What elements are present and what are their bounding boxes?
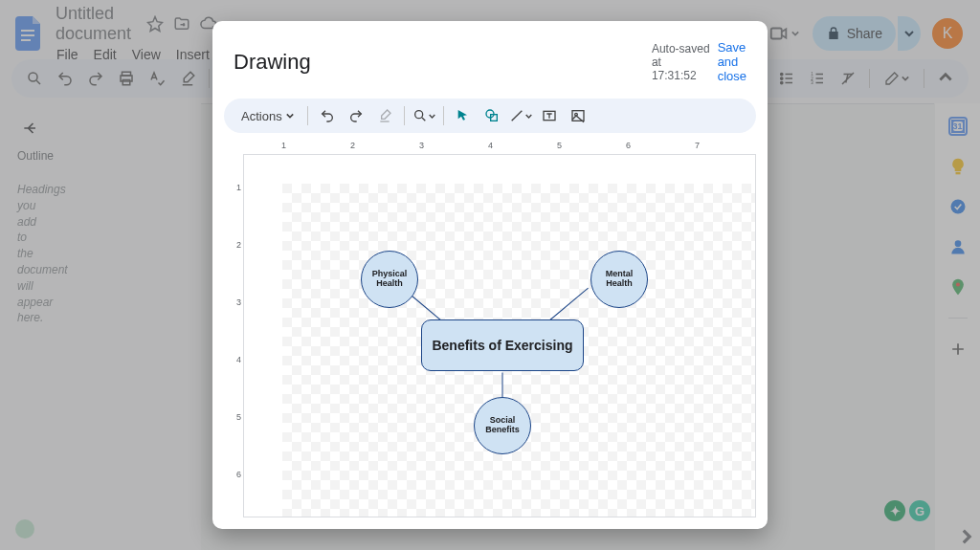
svg-point-18 — [414, 111, 422, 119]
paint-format-icon[interactable] — [371, 102, 398, 129]
node-social-benefits[interactable]: SocialBenefits — [474, 397, 531, 454]
horizontal-ruler: 1234567 — [224, 141, 756, 154]
drawing-undo-icon[interactable] — [314, 102, 341, 129]
drawing-dialog: Drawing Auto-savedat17:31:52 Saveandclos… — [212, 21, 768, 529]
zoom-tool-icon[interactable] — [411, 102, 437, 129]
image-tool-icon[interactable] — [565, 102, 591, 129]
drawing-toolbar: Actions — [224, 99, 756, 133]
node-center[interactable]: Benefits of Exercising — [421, 319, 584, 371]
actions-menu[interactable]: Actions — [234, 105, 301, 127]
save-and-close-button[interactable]: Saveandclose — [718, 40, 746, 83]
drawing-title: Drawing — [234, 50, 311, 75]
autosave-status: Auto-savedat17:31:52 — [652, 42, 710, 82]
vertical-ruler: 123456 — [224, 154, 243, 517]
shape-tool-icon[interactable] — [479, 102, 505, 129]
modal-backdrop: Drawing Auto-savedat17:31:52 Saveandclos… — [0, 0, 980, 550]
textbox-tool-icon[interactable] — [536, 102, 563, 129]
select-tool-icon[interactable] — [450, 102, 477, 129]
node-physical-health[interactable]: PhysicalHealth — [361, 251, 418, 308]
drawing-redo-icon[interactable] — [343, 102, 369, 129]
drawing-canvas[interactable]: PhysicalHealth MentalHealth Benefits of … — [243, 154, 756, 517]
line-tool-icon[interactable] — [507, 102, 534, 129]
node-mental-health[interactable]: MentalHealth — [590, 251, 648, 308]
svg-rect-22 — [572, 111, 584, 121]
